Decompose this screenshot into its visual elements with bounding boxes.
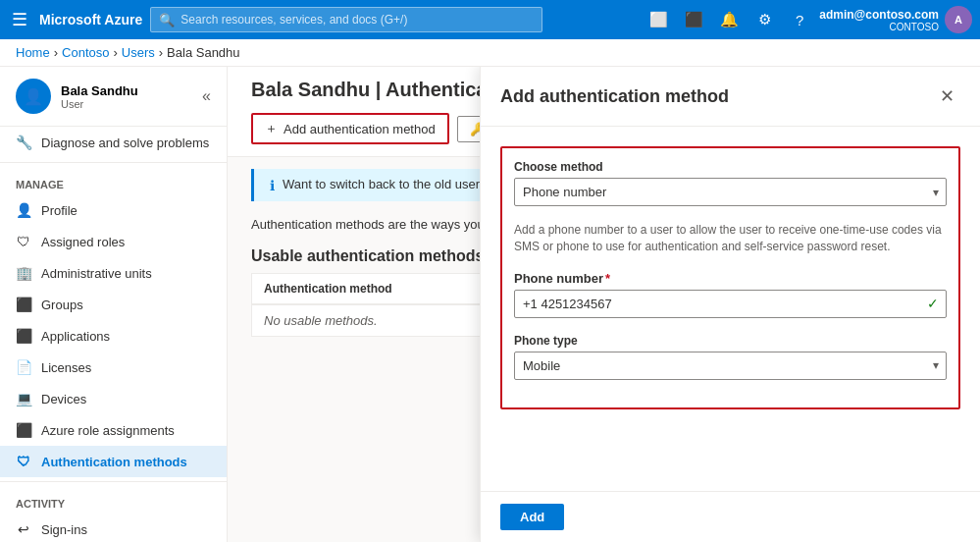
sidebar-user-type: User — [61, 98, 138, 110]
panel-add-button[interactable]: Add — [500, 504, 564, 530]
search-icon: 🔍 — [159, 13, 175, 27]
settings-icon[interactable]: ⚙ — [748, 4, 780, 35]
breadcrumb-home[interactable]: Home — [16, 45, 50, 60]
sidebar-devices-label: Devices — [41, 392, 86, 406]
method-description: Add a phone number to a user to allow th… — [514, 222, 947, 255]
signins-icon: ↩ — [16, 521, 31, 537]
phone-type-select-wrapper: Mobile Alternate mobile Office ▾ — [514, 352, 947, 380]
sidebar-collapse-btn[interactable]: « — [202, 87, 211, 105]
user-menu[interactable]: admin@contoso.com CONTOSO A — [819, 6, 972, 33]
sidebar-item-assigned-roles[interactable]: 🛡 Assigned roles — [0, 226, 227, 257]
search-box[interactable]: 🔍 — [150, 7, 542, 32]
phone-valid-icon: ✓ — [927, 296, 939, 311]
profile-icon: 👤 — [16, 202, 31, 218]
sidebar-item-admin-units[interactable]: 🏢 Administrative units — [0, 257, 227, 289]
plus-icon: ＋ — [265, 120, 278, 137]
diagnose-icon: 🔧 — [16, 135, 31, 150]
sidebar-licenses-label: Licenses — [41, 360, 91, 375]
choose-method-label: Choose method — [514, 160, 947, 174]
sidebar-divider-1 — [0, 162, 227, 163]
breadcrumb-contoso[interactable]: Contoso — [62, 45, 109, 60]
main-content: Bala Sandhu | Authentication methods ＋ A… — [228, 67, 980, 542]
sidebar-user-avatar: 👤 — [16, 79, 51, 114]
breadcrumb-sep-3: › — [159, 45, 163, 60]
sidebar-assigned-roles-label: Assigned roles — [41, 235, 125, 249]
sidebar-diagnose-label: Diagnose and solve problems — [41, 136, 209, 150]
cloud-shell-icon[interactable]: ⬜ — [643, 4, 674, 35]
help-icon[interactable]: ? — [784, 4, 815, 35]
choose-method-select-wrapper: Phone number Email Microsoft Authenticat… — [514, 178, 947, 206]
phone-number-group: Phone number* ✓ — [514, 271, 947, 318]
feedback-icon[interactable]: ⬛ — [678, 4, 709, 35]
sidebar-item-signins[interactable]: ↩ Sign-ins — [0, 514, 227, 542]
sidebar-item-auth-methods[interactable]: 🛡 Authentication methods — [0, 446, 227, 477]
panel-close-button[interactable]: ✕ — [933, 82, 960, 110]
nav-icons: ⬜ ⬛ 🔔 ⚙ ? admin@contoso.com CONTOSO A — [643, 4, 972, 35]
sidebar-auth-methods-label: Authentication methods — [41, 455, 187, 469]
breadcrumb: Home › Contoso › Users › Bala Sandhu — [0, 39, 980, 67]
licenses-icon: 📄 — [16, 359, 31, 375]
phone-type-label: Phone type — [514, 334, 947, 348]
add-auth-method-label: Add authentication method — [284, 122, 436, 136]
breadcrumb-users[interactable]: Users — [122, 45, 155, 60]
sidebar-divider-2 — [0, 481, 227, 482]
sidebar-applications-label: Applications — [41, 329, 110, 344]
panel-body: Choose method Phone number Email Microso… — [481, 127, 980, 491]
auth-methods-icon: 🛡 — [16, 454, 31, 469]
sidebar-item-profile[interactable]: 👤 Profile — [0, 194, 227, 226]
groups-icon: ⬛ — [16, 297, 31, 312]
sidebar-item-applications[interactable]: ⬛ Applications — [0, 320, 227, 352]
topnav: ☰ Microsoft Azure 🔍 ⬜ ⬛ 🔔 ⚙ ? admin@cont… — [0, 0, 980, 39]
avatar: A — [945, 6, 972, 33]
choose-method-group: Choose method Phone number Email Microso… — [514, 160, 947, 206]
sidebar-profile-label: Profile — [41, 203, 77, 218]
sidebar-item-licenses[interactable]: 📄 Licenses — [0, 352, 227, 383]
user-tenant: CONTOSO — [819, 22, 939, 32]
notifications-icon[interactable]: 🔔 — [713, 4, 745, 35]
sidebar-header: 👤 Bala Sandhu User « — [0, 67, 227, 127]
search-input[interactable] — [181, 13, 534, 27]
assigned-roles-icon: 🛡 — [16, 234, 31, 249]
user-email: admin@contoso.com — [819, 8, 939, 22]
sidebar-azure-roles-label: Azure role assignments — [41, 423, 175, 438]
sidebar-item-diagnose[interactable]: 🔧 Diagnose and solve problems — [0, 127, 227, 158]
activity-section-label: Activity — [0, 486, 227, 514]
choose-method-select[interactable]: Phone number Email Microsoft Authenticat… — [514, 178, 947, 206]
admin-units-icon: 🏢 — [16, 265, 31, 281]
sidebar-admin-units-label: Administrative units — [41, 266, 152, 281]
sidebar-item-azure-roles[interactable]: ⬛ Azure role assignments — [0, 414, 227, 446]
panel-header: Add authentication method ✕ — [481, 67, 980, 127]
sidebar-signins-label: Sign-ins — [41, 522, 87, 537]
sidebar-item-groups[interactable]: ⬛ Groups — [0, 289, 227, 320]
required-star: * — [605, 271, 610, 286]
info-icon: ℹ — [270, 178, 275, 193]
highlighted-form-section: Choose method Phone number Email Microso… — [500, 146, 960, 409]
breadcrumb-sep-1: › — [54, 45, 58, 60]
phone-type-select[interactable]: Mobile Alternate mobile Office — [514, 352, 947, 380]
sidebar-user-name: Bala Sandhu — [61, 83, 138, 98]
azure-logo: Microsoft Azure — [39, 12, 142, 27]
sidebar-item-devices[interactable]: 💻 Devices — [0, 383, 227, 414]
add-auth-panel: Add authentication method ✕ Choose metho… — [480, 67, 980, 542]
manage-section-label: Manage — [0, 167, 227, 194]
panel-footer: Add — [481, 491, 980, 542]
sidebar-groups-label: Groups — [41, 298, 83, 312]
breadcrumb-sep-2: › — [113, 45, 117, 60]
breadcrumb-current: Bala Sandhu — [167, 45, 239, 60]
phone-number-label: Phone number* — [514, 271, 947, 286]
phone-type-group: Phone type Mobile Alternate mobile Offic… — [514, 334, 947, 380]
panel-title: Add authentication method — [500, 86, 729, 107]
add-auth-method-button[interactable]: ＋ Add authentication method — [251, 113, 449, 144]
hamburger-menu-icon[interactable]: ☰ — [8, 5, 31, 34]
azure-roles-icon: ⬛ — [16, 422, 31, 438]
sidebar: 👤 Bala Sandhu User « 🔧 Diagnose and solv… — [0, 67, 228, 542]
phone-input-wrapper: ✓ — [514, 290, 947, 318]
phone-number-input[interactable] — [514, 290, 947, 318]
sidebar-user-info: Bala Sandhu User — [61, 83, 138, 110]
main-layout: 👤 Bala Sandhu User « 🔧 Diagnose and solv… — [0, 67, 980, 542]
user-info: admin@contoso.com CONTOSO — [819, 8, 939, 32]
applications-icon: ⬛ — [16, 328, 31, 344]
devices-icon: 💻 — [16, 391, 31, 406]
